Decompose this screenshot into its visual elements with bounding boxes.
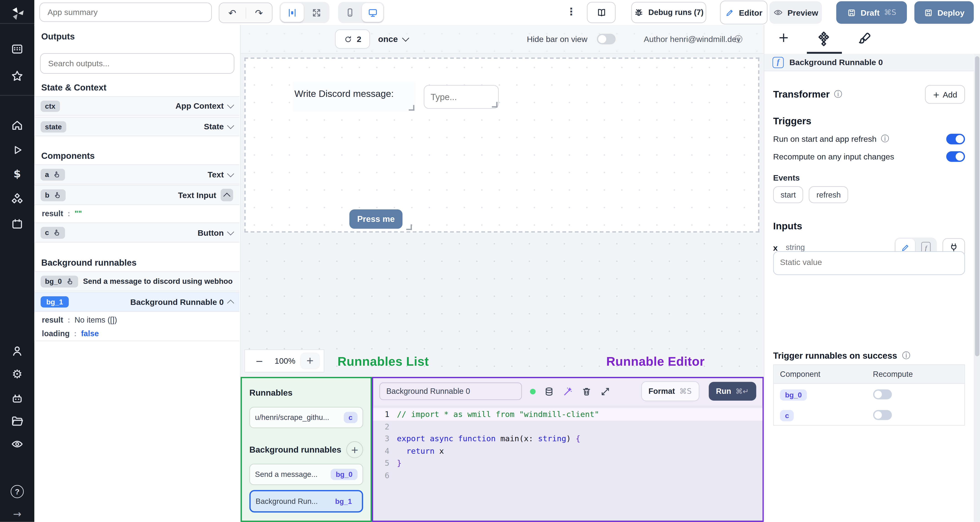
run-button[interactable]: Run ⌘↵: [708, 382, 756, 401]
runnable-name-input[interactable]: [379, 382, 522, 400]
scrollbar-track[interactable]: [974, 54, 980, 522]
desktop-preview-button[interactable]: [362, 3, 383, 22]
zoom-out-button[interactable]: −: [249, 355, 270, 367]
trigger-row2-label: Recompute on any input changes: [773, 152, 894, 161]
zoom-in-button[interactable]: +: [300, 353, 320, 369]
schedules-calendar-icon[interactable]: [0, 218, 35, 231]
insert-component-tab-plus-icon[interactable]: +: [778, 30, 789, 45]
hide-bar-toggle[interactable]: [597, 34, 616, 45]
info-icon[interactable]: ⓘ: [881, 133, 889, 145]
recompute-toggle[interactable]: [946, 151, 965, 162]
event-chip-refresh[interactable]: refresh: [809, 186, 848, 203]
windmill-logo-icon[interactable]: [0, 5, 35, 22]
editor-tab[interactable]: Editor: [720, 1, 767, 24]
run-on-start-toggle[interactable]: [946, 134, 965, 144]
press-me-button[interactable]: Press me: [349, 209, 402, 229]
code-line-4: return x: [397, 445, 444, 457]
theme-tab-paintbrush-icon[interactable]: [857, 31, 872, 46]
add-transformer-button[interactable]: +Add: [925, 85, 965, 104]
more-menu-kebab[interactable]: ⋮: [566, 6, 576, 18]
favorites-star-icon[interactable]: [0, 69, 35, 83]
deploy-save-icon: [924, 8, 933, 17]
expand-editor-icon[interactable]: [600, 386, 611, 396]
row-c-recompute-toggle[interactable]: [873, 410, 892, 420]
chevron-down-icon: [402, 35, 409, 41]
button-component[interactable]: Press me: [349, 209, 413, 231]
chevron-down-icon[interactable]: [227, 122, 234, 129]
runnable-item-bg0[interactable]: Send a message... bg_0: [249, 464, 363, 485]
scrollbar-thumb[interactable]: [975, 56, 979, 356]
resize-handle[interactable]: [406, 224, 412, 230]
info-icon[interactable]: ⓘ: [834, 89, 842, 100]
collapse-button[interactable]: [221, 189, 233, 201]
refresh-count-button[interactable]: 2: [335, 29, 370, 49]
output-row-c[interactable]: c Button: [35, 223, 240, 242]
help-question-icon[interactable]: ?: [0, 485, 35, 498]
event-chip-start[interactable]: start: [773, 186, 803, 203]
settings-gear-icon[interactable]: ⚙: [0, 368, 35, 381]
row-bg0-recompute-toggle[interactable]: [873, 389, 892, 399]
output-row-ctx[interactable]: ctx App Context: [35, 96, 240, 115]
output-row-b[interactable]: b Text Input: [35, 185, 240, 205]
cache-database-icon[interactable]: [544, 386, 554, 396]
schedule-value: once: [378, 35, 398, 44]
runnable-item-bg1-selected[interactable]: Background Run... bg_1: [249, 490, 363, 512]
author-info-icon[interactable]: ⓘ: [734, 34, 743, 45]
resize-handle[interactable]: [492, 102, 498, 108]
row-c-badge[interactable]: c: [780, 410, 794, 421]
bg1-label: Background Runnable 0: [130, 297, 224, 307]
fullwidth-layout-button[interactable]: [305, 3, 328, 22]
bg1-loading-row[interactable]: loading: false: [35, 327, 240, 341]
draft-button[interactable]: Draft ⌘S: [836, 2, 907, 24]
schedule-dropdown[interactable]: once: [378, 29, 408, 49]
workers-robot-icon[interactable]: [0, 392, 35, 405]
type-input[interactable]: [424, 85, 499, 109]
preview-tab[interactable]: Preview: [770, 2, 822, 24]
chevron-down-icon[interactable]: [227, 228, 234, 235]
code-editor[interactable]: 1// import * as wmill from "windmill-cli…: [373, 406, 762, 520]
app-keypad-icon[interactable]: [0, 43, 35, 56]
app-canvas-page[interactable]: Write Discord message: Press me: [244, 57, 759, 232]
runs-play-icon[interactable]: [0, 144, 35, 156]
chevron-down-icon[interactable]: [227, 170, 234, 177]
output-row-bg1[interactable]: bg_1 Background Runnable 0: [35, 292, 240, 312]
center-layout-button[interactable]: [281, 3, 304, 22]
redo-button[interactable]: ↷: [245, 7, 272, 19]
delete-trash-icon[interactable]: [581, 386, 592, 396]
app-summary-input[interactable]: [40, 3, 212, 22]
info-icon[interactable]: ⓘ: [902, 350, 910, 361]
b-result-row[interactable]: result: "": [35, 205, 240, 222]
layout-mode-group: [280, 2, 329, 23]
add-bg-runnable-button[interactable]: +: [346, 441, 363, 458]
runnables-list-panel: Runnables u/henri/scrape_githu... c Back…: [241, 377, 372, 522]
mobile-preview-button[interactable]: [339, 3, 361, 22]
users-person-icon[interactable]: [0, 344, 35, 358]
runnable-item-badge: bg_0: [331, 469, 358, 480]
output-row-a[interactable]: a Text: [35, 164, 240, 185]
text-component[interactable]: Write Discord message:: [293, 82, 415, 112]
static-value-textarea[interactable]: [773, 251, 965, 275]
collapse-arrow-icon[interactable]: →: [0, 509, 35, 520]
debug-runs-button[interactable]: Debug runs (7): [631, 2, 706, 23]
format-button[interactable]: Format ⌘S: [641, 381, 699, 401]
undo-button[interactable]: ↶: [220, 7, 245, 19]
folders-icon[interactable]: [0, 414, 35, 428]
textinput-component[interactable]: [424, 85, 499, 109]
variables-dollar-icon[interactable]: $: [0, 167, 35, 180]
home-icon[interactable]: [0, 119, 35, 132]
resources-cubes-icon[interactable]: [0, 193, 35, 206]
bg1-result-row[interactable]: result: No items ([]): [35, 313, 240, 327]
deploy-button[interactable]: Deploy: [915, 2, 974, 24]
runnable-item-script[interactable]: u/henri/scrape_githu... c: [249, 407, 363, 428]
search-outputs-input[interactable]: [40, 53, 234, 74]
settings-tab-diamonds-icon[interactable]: [816, 31, 832, 48]
docs-button[interactable]: [587, 2, 616, 23]
output-row-bg0[interactable]: bg_0 Send a message to discord using web…: [35, 271, 240, 291]
chevron-up-icon[interactable]: [227, 300, 234, 307]
row-bg0-badge[interactable]: bg_0: [780, 389, 807, 400]
resize-handle[interactable]: [409, 105, 414, 111]
audit-eye-icon[interactable]: [0, 438, 35, 451]
ai-wand-icon[interactable]: [563, 386, 573, 396]
chevron-down-icon[interactable]: [227, 102, 234, 108]
output-row-state[interactable]: state State: [35, 117, 240, 136]
